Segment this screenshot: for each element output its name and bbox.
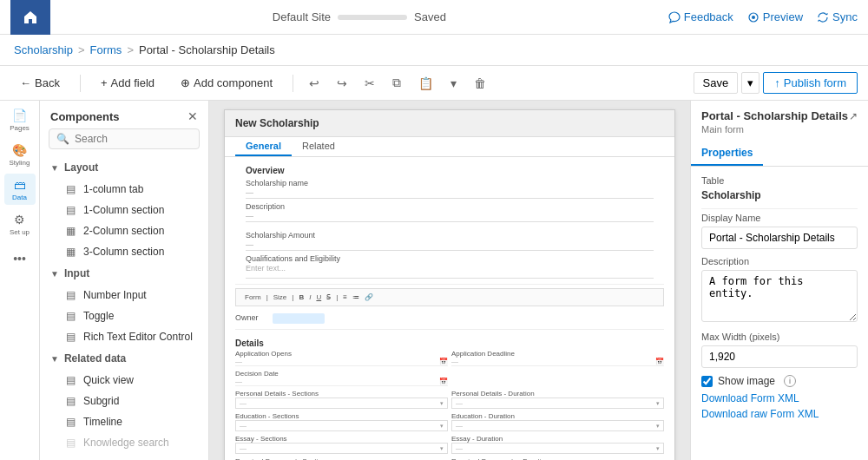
form-content: Overview Scholarship name — Description … [225, 157, 674, 280]
feedback-btn[interactable]: Feedback [668, 10, 733, 23]
more-button[interactable]: ▾ [445, 73, 462, 94]
pages-icon: 📄 [12, 108, 27, 122]
right-tabs: Properties [691, 141, 868, 167]
breadcrumb: Scholarship > Forms > Portal - Scholarsh… [0, 35, 868, 66]
component-number-input[interactable]: ▤ Number Input [40, 285, 208, 306]
scholarship-name-field: Scholarship name — [246, 179, 654, 199]
decision-date-field: Decision Date — 📅 [235, 370, 448, 386]
rt-underline-btn[interactable]: U [314, 292, 323, 302]
main-layout: 📄 Pages 🎨 Styling 🗃 Data ⚙ Set up ••• Co… [0, 101, 868, 460]
panel-close-button[interactable]: ✕ [187, 109, 198, 123]
owner-field-row: Owner [235, 312, 664, 325]
rich-text-toolbar: Form | Size | B I U S̶ | ≡ ≔ 🔗 [235, 288, 664, 306]
rt-link-btn[interactable]: 🔗 [363, 292, 375, 302]
undo-button[interactable]: ↩ [304, 73, 325, 94]
component-rich-text[interactable]: ▤ Rich Text Editor Control [40, 326, 208, 347]
search-icon: 🔍 [56, 133, 69, 145]
top-bar: Default Site Saved Feedback Preview Sync [0, 0, 868, 35]
save-status: Saved [414, 10, 446, 23]
add-component-button[interactable]: ⊕ Add component [171, 72, 282, 94]
search-input[interactable] [75, 133, 192, 145]
cut-button[interactable]: ✂ [359, 73, 380, 94]
component-2col-section[interactable]: ▦ 2-Column section [40, 220, 208, 241]
show-image-row: Show image i [701, 375, 858, 387]
show-image-checkbox[interactable] [701, 376, 713, 387]
calendar-icon-2: 📅 [655, 358, 664, 365]
copy-button[interactable]: ⧉ [387, 72, 406, 94]
top-bar-center: Default Site Saved [273, 10, 446, 23]
sidebar-item-styling[interactable]: 🎨 Styling [4, 139, 36, 170]
form-preview-header: New Scholarship [225, 110, 674, 137]
qualifications-row: Qualifications and Eligibility Enter tex… [235, 253, 664, 280]
breadcrumb-forms[interactable]: Forms [90, 43, 122, 56]
3col-section-icon: ▦ [64, 246, 76, 258]
breadcrumb-scholarship[interactable]: Scholarship [14, 43, 73, 56]
save-button[interactable]: Save [694, 72, 739, 94]
component-quick-view[interactable]: ▤ Quick view [40, 370, 208, 391]
sidebar-item-more[interactable]: ••• [4, 243, 36, 274]
essay-duration-field: Essay - Duration — ▾ [451, 435, 664, 454]
publish-button[interactable]: ↑ Publish form [763, 72, 858, 94]
number-input-icon: ▤ [64, 289, 76, 301]
save-dropdown-button[interactable]: ▾ [741, 72, 760, 94]
education-duration-field: Education - Duration — ▾ [451, 412, 664, 431]
related-data-section-header[interactable]: ▼ Related data [40, 347, 208, 370]
dropdown-arrow-3: ▾ [440, 423, 444, 430]
display-name-input[interactable] [701, 227, 858, 249]
site-name: Default Site [273, 10, 331, 23]
form-tab-related[interactable]: Related [292, 137, 345, 156]
sync-btn[interactable]: Sync [817, 10, 858, 23]
layout-section-header[interactable]: ▼ Layout [40, 156, 208, 179]
dropdown-arrow-2: ▾ [656, 400, 660, 407]
rt-bold-btn[interactable]: B [297, 292, 306, 302]
back-button[interactable]: ← Back [10, 72, 69, 94]
education-sections-field: Education - Sections — ▾ [235, 412, 448, 431]
rt-strikethrough-btn[interactable]: S̶ [325, 292, 332, 302]
component-knowledge-search[interactable]: ▤ Knowledge search [40, 432, 208, 453]
download-raw-form-xml-link[interactable]: Download raw Form XML [701, 408, 858, 420]
more-nav-icon: ••• [13, 252, 26, 266]
scholarship-amount-row: Scholarship Amount — [235, 229, 664, 253]
rt-form-btn[interactable]: Form [243, 292, 263, 302]
scholarship-amount-field: Scholarship Amount — [246, 231, 654, 251]
form-tabs: General Related [225, 137, 674, 157]
dropdown-arrow-4: ▾ [656, 423, 660, 430]
sidebar-item-data[interactable]: 🗃 Data [4, 174, 36, 205]
owner-value [273, 313, 325, 324]
input-section-header[interactable]: ▼ Input [40, 262, 208, 285]
knowledge-search-icon: ▤ [64, 437, 76, 449]
add-field-button[interactable]: + Add field [91, 72, 164, 94]
rt-sep2: | [290, 292, 295, 302]
delete-button[interactable]: 🗑 [469, 73, 491, 94]
download-form-xml-link[interactable]: Download Form XML [701, 392, 858, 404]
component-toggle[interactable]: ▤ Toggle [40, 306, 208, 326]
description-textarea[interactable]: A form for this entity. [701, 270, 858, 322]
personal-duration-field: Personal Details - Duration — ▾ [451, 390, 664, 409]
component-1col-section[interactable]: ▤ 1-Column section [40, 200, 208, 220]
sidebar-item-setup[interactable]: ⚙ Set up [4, 208, 36, 240]
max-width-input[interactable] [701, 345, 858, 368]
component-1col-tab[interactable]: ▤ 1-column tab [40, 179, 208, 200]
toolbar-right: Save ▾ ↑ Publish form [694, 72, 858, 94]
essay-sections-field: Essay - Sections — ▾ [235, 435, 448, 454]
app-deadline-field: Application Deadline — 📅 [451, 350, 664, 366]
1col-section-icon: ▤ [64, 204, 76, 216]
components-panel: Components ✕ 🔍 ▼ Layout ▤ 1-column tab ▤… [40, 101, 209, 460]
rt-list-btn[interactable]: ≔ [351, 292, 361, 302]
canvas-area: New Scholarship General Related Overview… [209, 101, 690, 460]
rt-align-btn[interactable]: ≡ [341, 292, 349, 302]
tab-properties[interactable]: Properties [691, 141, 763, 166]
form-tab-general[interactable]: General [235, 137, 292, 156]
home-nav[interactable] [10, 0, 50, 35]
sidebar-item-pages[interactable]: 📄 Pages [4, 104, 36, 135]
rt-italic-btn[interactable]: I [307, 292, 312, 302]
paste-button[interactable]: 📋 [413, 73, 438, 94]
component-3col-section[interactable]: ▦ 3-Column section [40, 241, 208, 262]
redo-button[interactable]: ↪ [332, 73, 352, 94]
toolbar: ← Back + Add field ⊕ Add component ↩ ↪ ✂… [0, 66, 868, 101]
component-timeline[interactable]: ▤ Timeline [40, 411, 208, 432]
preview-btn[interactable]: Preview [747, 10, 803, 23]
component-subgrid[interactable]: ▤ Subgrid [40, 391, 208, 411]
rt-size-btn[interactable]: Size [272, 292, 289, 302]
right-panel-expand[interactable]: ↗ [849, 110, 858, 122]
